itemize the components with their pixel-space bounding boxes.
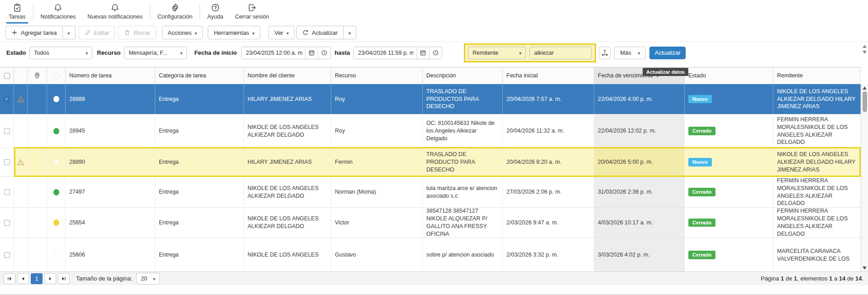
calendar-icon[interactable]	[416, 47, 429, 59]
row-checkbox[interactable]	[4, 96, 10, 102]
header-status-dot-column[interactable]	[47, 67, 66, 84]
gear-icon	[171, 3, 180, 12]
header-descripcion[interactable]: Descripción	[423, 67, 503, 84]
add-task-split-button: Agregar tarea	[5, 26, 76, 39]
cell-remitente: FERMIN HERRERA MORALESNIKOLE DE LOS ANGE…	[773, 208, 861, 238]
header-estado[interactable]: Estado	[685, 67, 773, 84]
edit-button[interactable]: Editar	[79, 26, 115, 39]
table-row[interactable]: 27497 Entrega NIKOLE DE LOS ANGELES ALKI…	[0, 177, 861, 208]
status-dot	[53, 189, 59, 195]
estado-select[interactable]: Todos	[29, 47, 92, 59]
search-field-select[interactable]: Remitente	[468, 47, 526, 59]
header-fecha-inicial[interactable]: Fecha inicial	[503, 67, 594, 84]
cell-numero: 28945	[66, 114, 155, 148]
cell-remitente: FERMIN HERRERA MORALESNIKOLE DE LOS ANGE…	[773, 177, 861, 207]
table-row[interactable]: 25654 Entrega NIKOLE DE LOS ANGELES ALKI…	[0, 208, 861, 238]
refresh-label: Actualizar	[312, 29, 338, 36]
cell-fecha-inicial: 20/04/2026 11:32 a. m.	[503, 114, 594, 148]
search-input[interactable]	[529, 47, 592, 59]
status-badge: Cerrado	[688, 127, 715, 135]
next-page-button[interactable]	[44, 273, 56, 284]
cell-numero: 25654	[66, 208, 155, 238]
header-categoria[interactable]: Categoría de tarea	[155, 67, 244, 84]
topbar-item-cerrar-sesion[interactable]: Cerrar sesión	[229, 0, 275, 24]
chevron-down-icon	[86, 50, 88, 56]
page-size-select[interactable]: 20	[136, 273, 160, 285]
fecha-inicio-input[interactable]	[242, 47, 305, 59]
estado-value: Todos	[34, 50, 49, 56]
cell-cliente: NIKOLE DE LOS ANGELES ALKIEZAR DELGADO	[244, 114, 331, 148]
select-all-checkbox[interactable]	[4, 73, 10, 79]
status-badge: Cerrado	[688, 251, 715, 259]
recurso-select[interactable]: Mensajería; F...	[124, 47, 187, 59]
clock-icon[interactable]	[429, 47, 442, 59]
first-page-button[interactable]	[4, 273, 15, 284]
refresh-button[interactable]: Actualizar	[296, 26, 343, 39]
toolbar-separator	[33, 4, 33, 20]
more-menu-button[interactable]: Más	[614, 47, 646, 59]
cell-fecha-inicial: 20/04/2026 8:20 a. m.	[503, 148, 594, 176]
status-badge: Nuevo	[688, 158, 712, 167]
filter-bar: Estado Todos Recurso Mensajería; F... Fe…	[0, 42, 868, 67]
scroll-down-button[interactable]	[861, 264, 868, 271]
scroll-up-button[interactable]	[861, 84, 868, 91]
row-checkbox[interactable]	[4, 128, 10, 134]
chevron-down-icon	[67, 29, 70, 36]
table-row[interactable]: 28890 Entrega HILARY JIMENEZ ARIAS Fermi…	[0, 148, 861, 177]
map-pin-icon[interactable]	[28, 67, 47, 84]
header-warning-column[interactable]	[14, 67, 28, 84]
more-label: Más	[620, 49, 631, 56]
delete-label: Borrar	[134, 29, 150, 36]
row-checkbox[interactable]	[4, 159, 10, 165]
topbar-item-nuevas-notificaciones[interactable]: Nuevas notificaciones	[81, 0, 148, 24]
table-row[interactable]: 28888 Entrega HILARY JIMENEZ ARIAS Roy T…	[0, 84, 861, 114]
cell-categoria: Entrega	[155, 84, 244, 114]
current-page-button[interactable]: 1	[31, 273, 43, 284]
cell-remitente: NIKOLE DE LOS ANGELES ALKIEZAR DELGADO H…	[773, 148, 861, 176]
logout-icon	[248, 3, 257, 12]
row-checkbox[interactable]	[4, 189, 10, 195]
table-row[interactable]: 25606 Entrega NIKOLE DE LOS ANGELES Gust…	[0, 238, 861, 271]
cell-fecha-vencimiento: 20/04/2026 5:00 p. m.	[594, 148, 685, 176]
cell-categoria: Entrega	[155, 177, 244, 207]
add-task-button[interactable]: Agregar tarea	[5, 26, 63, 39]
row-checkbox[interactable]	[4, 252, 10, 258]
calendar-icon[interactable]	[305, 47, 318, 59]
topbar-item-notificaciones[interactable]: Notificaciones	[35, 0, 82, 24]
fit-columns-button[interactable]	[599, 47, 610, 59]
update-label: Actualizar	[655, 49, 681, 56]
cell-recurso: Victor	[331, 208, 423, 238]
row-checkbox[interactable]	[4, 220, 10, 226]
clock-icon[interactable]	[318, 47, 330, 59]
vertical-scrollbar[interactable]	[861, 84, 868, 271]
header-remitente[interactable]: Remitente	[773, 67, 861, 84]
cell-descripcion: TRASLADO DE PRODUCTO PARA DESECHO	[423, 148, 503, 176]
table-row[interactable]: 28945 Entrega NIKOLE DE LOS ANGELES ALKI…	[0, 114, 861, 148]
last-page-button[interactable]	[58, 273, 70, 284]
delete-button[interactable]: Borrar	[118, 26, 156, 39]
cell-cliente: NIKOLE DE LOS ANGELES	[244, 238, 331, 271]
update-button[interactable]: Actualizar	[649, 47, 686, 59]
pagination-bar: 1 Tamaño de la página: 20 Página 1 de 1,…	[0, 271, 868, 285]
filter-scroll-arrows[interactable]	[863, 45, 867, 54]
header-cliente[interactable]: Nombre del cliente	[244, 67, 331, 84]
prev-page-button[interactable]	[17, 273, 29, 284]
topbar-item-configuracion[interactable]: Configuración	[152, 0, 198, 24]
view-menu-button[interactable]: Ver	[268, 26, 295, 39]
status-dot	[53, 159, 59, 166]
scrollbar-thumb[interactable]	[863, 91, 867, 112]
cell-recurso: Roy	[331, 84, 423, 114]
fecha-fin-input[interactable]	[354, 47, 416, 59]
page-size-value: 20	[141, 276, 147, 282]
topbar-item-ayuda[interactable]: ?Ayuda	[201, 0, 229, 24]
actions-menu-button[interactable]: Acciones	[162, 26, 203, 39]
svg-text:?: ?	[214, 5, 217, 10]
topbar-item-label: Configuración	[157, 14, 192, 20]
cell-numero: 25606	[66, 238, 155, 271]
header-numero[interactable]: Número de tarea	[66, 67, 155, 84]
header-recurso[interactable]: Recurso	[331, 67, 423, 84]
refresh-dropdown-button[interactable]	[343, 26, 356, 39]
add-task-dropdown-button[interactable]	[63, 26, 76, 39]
tools-menu-button[interactable]: Herramientas	[208, 26, 260, 39]
topbar-item-tareas[interactable]: Tareas	[3, 0, 32, 24]
